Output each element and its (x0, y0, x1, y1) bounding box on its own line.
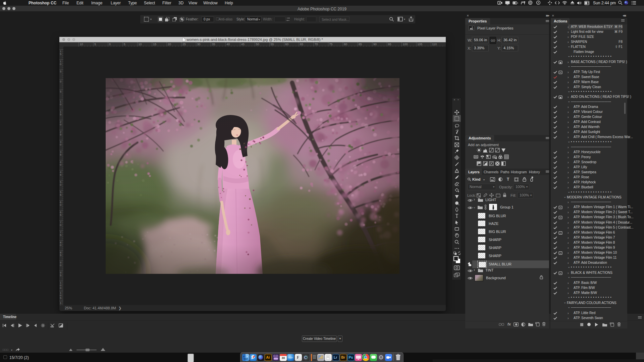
svg-text:0: 0 (60, 287, 62, 290)
svg-text:5: 5 (60, 173, 62, 176)
svg-text:95: 95 (388, 43, 391, 46)
svg-text:35: 35 (212, 43, 215, 46)
svg-text:45: 45 (241, 43, 245, 46)
svg-text:5: 5 (60, 133, 62, 136)
svg-text:5: 5 (60, 90, 62, 93)
svg-text:25: 25 (182, 43, 186, 46)
svg-text:0: 0 (60, 63, 62, 66)
svg-text:0: 0 (60, 143, 62, 146)
svg-text:0: 0 (60, 264, 62, 267)
svg-text:5: 5 (60, 234, 62, 237)
svg-text:5: 5 (60, 70, 62, 73)
svg-text:105: 105 (417, 43, 422, 46)
svg-text:5: 5 (94, 43, 96, 46)
svg-text:60: 60 (285, 43, 288, 46)
svg-text:110: 110 (432, 43, 437, 46)
svg-text:90: 90 (373, 43, 377, 46)
svg-text:80: 80 (344, 43, 347, 46)
svg-text:0: 0 (60, 183, 62, 186)
svg-text:5: 5 (60, 214, 62, 217)
svg-text:70: 70 (315, 43, 318, 46)
svg-text:5: 5 (60, 113, 62, 116)
svg-text:40: 40 (226, 43, 230, 46)
svg-text:0: 0 (109, 43, 111, 46)
svg-text:0: 0 (60, 224, 62, 227)
svg-text:0: 0 (60, 244, 62, 247)
svg-text:5: 5 (60, 153, 62, 156)
svg-text:5: 5 (60, 297, 62, 300)
svg-text:100: 100 (402, 43, 408, 46)
svg-text:50: 50 (256, 43, 259, 46)
svg-text:0: 0 (60, 163, 62, 166)
svg-text:5: 5 (60, 193, 62, 196)
svg-text:65: 65 (300, 43, 303, 46)
svg-text:5: 5 (124, 43, 125, 46)
svg-text:5: 5 (60, 274, 62, 277)
svg-text:10: 10 (80, 43, 83, 46)
svg-text:10: 10 (139, 43, 142, 46)
svg-text:20: 20 (168, 43, 171, 46)
svg-text:0: 0 (60, 123, 62, 126)
svg-text:0: 0 (60, 80, 62, 83)
svg-text:5: 5 (60, 254, 62, 257)
svg-text:0: 0 (60, 203, 62, 206)
svg-text:75: 75 (329, 43, 333, 46)
svg-text:85: 85 (359, 43, 362, 46)
svg-text:5: 5 (60, 53, 62, 56)
svg-text:30: 30 (197, 43, 201, 46)
svg-text:55: 55 (271, 43, 274, 46)
svg-text:0: 0 (60, 103, 62, 106)
svg-text:15: 15 (153, 43, 156, 46)
